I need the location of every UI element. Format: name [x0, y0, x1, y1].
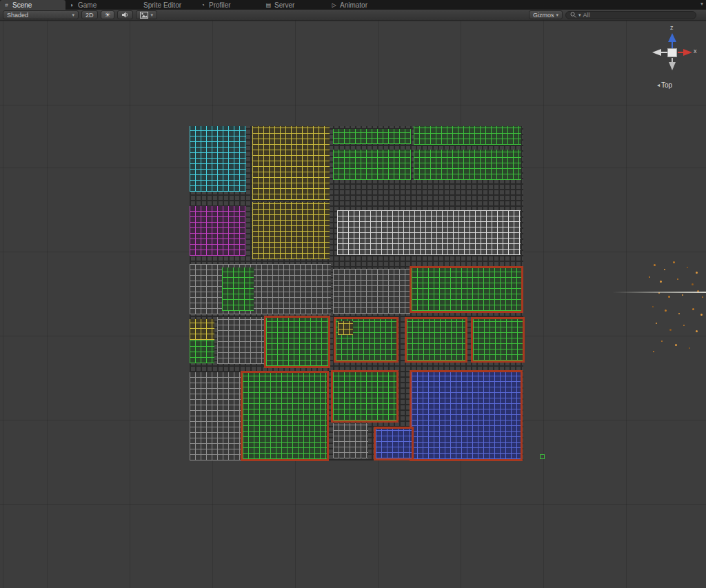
draw-mode-label: Shaded: [7, 12, 28, 19]
tile-region-white[interactable]: [337, 210, 521, 255]
tile-region-green[interactable]: [414, 150, 521, 180]
back-arrow-icon: ◂: [657, 82, 660, 88]
tab-scene[interactable]: #Scene: [0, 0, 65, 10]
particle-dot: [682, 294, 683, 296]
tab-profiler[interactable]: ◔Profiler: [196, 0, 262, 10]
tile-region-green[interactable]: [333, 372, 396, 420]
tile-region-gray[interactable]: [333, 269, 410, 314]
tile-region-yellow[interactable]: [338, 321, 353, 335]
tile-region-blue[interactable]: [376, 429, 412, 458]
tile-region-gray[interactable]: [333, 423, 368, 458]
gizmos-dropdown[interactable]: Gizmos ▾: [529, 10, 563, 19]
effects-dropdown-button[interactable]: ▾: [136, 10, 157, 19]
tab-icon: ◔: [200, 2, 206, 8]
gizmo-view-label[interactable]: ◂ Top: [657, 81, 672, 89]
unity-editor-window: #Scene◗GameSprite Editor◔Profiler▤Server…: [0, 0, 706, 588]
tile-region-yellow[interactable]: [190, 319, 214, 340]
image-icon: [140, 12, 148, 19]
tile-region-cyan[interactable]: [190, 126, 246, 192]
tile-region-yellow[interactable]: [252, 202, 330, 259]
particle-dot: [661, 341, 663, 342]
particle-dot: [649, 276, 650, 278]
view-name-label: Top: [661, 81, 672, 89]
tile-region-green[interactable]: [190, 340, 214, 363]
particle-dot: [696, 330, 698, 332]
lighting-toggle-button[interactable]: ☀: [101, 10, 115, 19]
tile-region-green[interactable]: [243, 373, 327, 459]
particle-dot: [664, 269, 665, 270]
tile-region-green[interactable]: [412, 268, 521, 311]
particle-dot: [689, 347, 690, 349]
tab-icon: ▷: [331, 2, 337, 8]
tile-region-blue[interactable]: [412, 372, 521, 459]
2d-toggle-button[interactable]: 2D: [81, 10, 98, 19]
tile-region-green[interactable]: [222, 267, 254, 311]
tab-animator[interactable]: ▷Animator: [327, 0, 393, 10]
particle-dot: [665, 310, 667, 312]
tile-region-green[interactable]: [407, 319, 465, 361]
tab-icon: #: [3, 2, 10, 8]
2d-label: 2D: [85, 12, 94, 19]
particle-dot: [668, 296, 670, 298]
particle-dot: [654, 264, 656, 266]
x-axis-label: x: [694, 48, 697, 54]
particle-dot: [660, 281, 662, 283]
particle-dot: [687, 267, 688, 268]
tiny-tile-marker[interactable]: [540, 454, 545, 459]
particle-dot: [653, 351, 654, 352]
chevron-down-icon: ▾: [72, 12, 74, 18]
left-axis-cone[interactable]: [652, 49, 661, 56]
particle-dot: [692, 283, 694, 285]
tile-region-green[interactable]: [414, 126, 521, 145]
tile-region-gray[interactable]: [190, 264, 331, 314]
particle-dot: [675, 344, 677, 346]
tab-game[interactable]: ◗Game: [65, 0, 131, 10]
chevron-down-icon: ▾: [556, 12, 558, 18]
down-axis-cone[interactable]: [669, 62, 676, 70]
particle-dot: [652, 306, 654, 307]
x-axis-stem: [678, 52, 684, 53]
draw-mode-dropdown[interactable]: Shaded ▾: [3, 10, 79, 19]
tab-label: Sprite Editor: [143, 1, 181, 9]
speaker-icon: [121, 11, 129, 19]
scene-toolbar: Shaded ▾ 2D ☀ ▾: [0, 10, 706, 21]
particle-dot: [692, 308, 694, 310]
tile-region-green[interactable]: [473, 319, 523, 361]
audio-toggle-button[interactable]: [117, 10, 133, 19]
tab-server[interactable]: ▤Server: [262, 0, 327, 10]
orientation-gizmo[interactable]: z x: [645, 26, 700, 74]
tile-region-green[interactable]: [333, 129, 411, 144]
light-streak: [612, 292, 706, 293]
tab-icon: ▤: [265, 2, 272, 8]
particle-dot: [656, 323, 657, 324]
gizmo-center-cube[interactable]: [667, 48, 677, 57]
left-axis-stem: [661, 52, 667, 53]
tile-region-green[interactable]: [333, 150, 411, 180]
tab-label: Game: [78, 1, 97, 9]
chevron-down-icon: ▾: [150, 12, 153, 18]
gizmos-label: Gizmos: [533, 12, 554, 19]
tilemap[interactable]: [190, 126, 523, 460]
down-axis-stem: [672, 58, 673, 63]
tab-bar-tabs: #Scene◗GameSprite Editor◔Profiler▤Server…: [0, 0, 706, 10]
particle-dot: [669, 329, 672, 331]
tab-label: Scene: [12, 1, 32, 9]
x-axis-cone[interactable]: [683, 49, 692, 56]
tab-label: Server: [274, 1, 294, 9]
tile-region-green[interactable]: [266, 318, 328, 366]
tile-region-yellow[interactable]: [252, 126, 330, 200]
particle-dot: [677, 278, 678, 280]
particle-dot: [678, 313, 680, 314]
particle-dot: [700, 314, 703, 316]
tab-label: Profiler: [209, 1, 231, 9]
z-axis-cone[interactable]: [668, 33, 676, 42]
search-input[interactable]: ▾ All: [565, 11, 696, 19]
tile-region-gray[interactable]: [217, 317, 264, 364]
tile-region-magenta[interactable]: [190, 206, 245, 256]
tile-region-gray[interactable]: [190, 372, 241, 460]
search-scope-label: All: [583, 12, 590, 19]
particle-dot: [673, 261, 675, 263]
tab-sprite-editor[interactable]: Sprite Editor: [131, 0, 196, 10]
particle-dot: [696, 272, 698, 274]
tab-overflow-icon[interactable]: ▾: [700, 1, 703, 7]
